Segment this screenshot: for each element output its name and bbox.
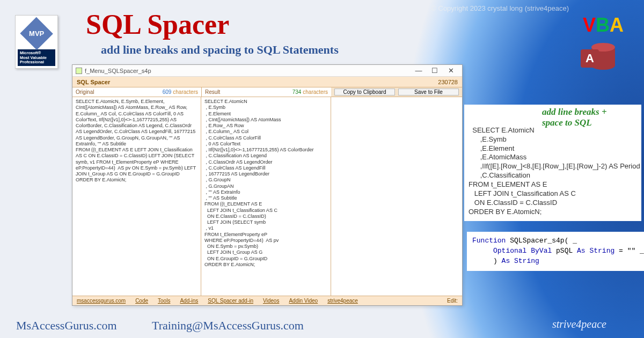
save-to-file-button[interactable]: Save to File: [398, 89, 459, 95]
copy-to-clipboard-button[interactable]: Copy to Clipboard: [334, 89, 395, 95]
vba-default: = "" _: [614, 247, 644, 255]
footer-link-addin-video[interactable]: Addin Video: [289, 298, 318, 304]
vba-fn-name: SQLSpacer_s4p( _: [506, 237, 577, 245]
action-buttons: Copy to Clipboard Save to File: [331, 87, 462, 97]
sql-example-note: add line breaks + space to SQL: [542, 107, 607, 129]
columns-header: Original 609 characters Result 734 chara…: [72, 87, 462, 97]
empty-pane: [331, 97, 462, 296]
email-link[interactable]: Training@MsAccessGurus.com: [152, 319, 304, 332]
result-header: Result 734 characters: [201, 87, 331, 97]
window-minimize-button[interactable]: —: [411, 67, 427, 75]
original-sql-text[interactable]: SELECT E.AtomicN, E.Symb, E.Element, CIn…: [72, 97, 201, 296]
footer-edit-label: Edit:: [447, 298, 458, 304]
app-header: SQL Spacer 230728: [72, 77, 462, 87]
vba-kw-function: Function: [472, 237, 506, 245]
window-titlebar: f_Menu_SQLSpacer_s4p — ☐ ✕: [72, 65, 462, 77]
footer-link-videos[interactable]: Videos: [263, 298, 279, 304]
mvp-diamond-icon: MVP: [20, 17, 53, 50]
vba-function-box: Function SQLSpacer_s4p( _ Optional ByVal…: [467, 232, 644, 271]
page-subtitle: add line breaks and spacing to SQL State…: [101, 43, 339, 57]
window-close-button[interactable]: ✕: [443, 67, 459, 75]
mvp-label: Microsoft® Most Valuable Professional: [18, 49, 55, 66]
page-title: SQL Spacer: [86, 9, 229, 40]
strive4peace-signature: strive4peace: [552, 318, 606, 330]
app-name: SQL Spacer: [77, 79, 110, 85]
vba-kw-as-string-1: As String: [577, 247, 614, 255]
window-maximize-button[interactable]: ☐: [427, 67, 443, 75]
footer-link-sqlspacer[interactable]: SQL Spacer add-in: [208, 298, 253, 304]
columns-body: SELECT E.AtomicN, E.Symb, E.Element, CIn…: [72, 97, 462, 296]
mvp-badge: MVP Microsoft® Most Valuable Professiona…: [15, 15, 58, 69]
original-header: Original 609 characters: [72, 87, 201, 97]
ms-access-icon: A: [581, 42, 615, 73]
vba-param: pSQL: [552, 247, 577, 255]
footer-link-addins[interactable]: Add-ins: [180, 298, 198, 304]
form-icon: [76, 68, 82, 74]
bottom-links: MsAccessGurus.com Training@MsAccessGurus…: [16, 319, 304, 333]
footer-link-tools[interactable]: Tools: [158, 298, 170, 304]
result-sql-text[interactable]: SELECT E.AtomicN , E.Symb , E.Element , …: [201, 97, 331, 296]
sql-example-box: add line breaks + space to SQL SELECT E.…: [464, 105, 641, 221]
footer-link-strive[interactable]: strive4peace: [327, 298, 358, 304]
app-version: 230728: [438, 79, 458, 85]
vba-logo: VBA: [583, 14, 624, 36]
footer-link-site[interactable]: msaccessgurus.com: [77, 298, 126, 304]
vba-kw-optional: Optional ByVal: [493, 247, 552, 255]
sql-example-code: SELECT E.AtomicN ,E.Symb ,E.Element ,E.A…: [469, 126, 640, 216]
footer-link-code[interactable]: Code: [135, 298, 148, 304]
vba-kw-as-string-2: As String: [502, 257, 539, 265]
vba-close-paren: ): [472, 257, 502, 265]
site-link[interactable]: MsAccessGurus.com: [16, 319, 117, 332]
app-window: f_Menu_SQLSpacer_s4p — ☐ ✕ SQL Spacer 23…: [72, 64, 463, 306]
window-title: f_Menu_SQLSpacer_s4p: [85, 68, 151, 74]
result-count: 734: [292, 89, 302, 95]
copyright-text: © Copyright 2023 crystal long (strive4pe…: [431, 4, 569, 12]
window-footer: msaccessgurus.com Code Tools Add-ins SQL…: [72, 296, 462, 305]
original-count: 609: [163, 89, 172, 95]
